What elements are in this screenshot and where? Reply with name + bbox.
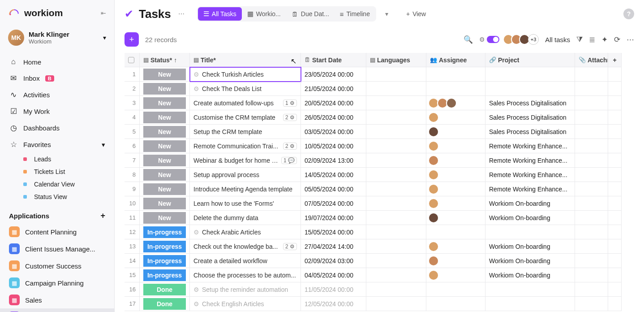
col-start[interactable]: 🗓Start Date (301, 53, 366, 67)
start-cell[interactable]: 02/09/2024 13:00 (301, 153, 366, 168)
group-icon[interactable]: ≣ (589, 35, 595, 44)
project-cell[interactable]: Workiom On-boarding (485, 196, 575, 211)
attach-cell[interactable] (575, 125, 608, 139)
assignee-cell[interactable] (426, 139, 485, 153)
col-checkbox[interactable] (125, 53, 140, 67)
status-cell[interactable]: New (140, 196, 190, 211)
row-number[interactable]: 16 (125, 282, 140, 297)
filter-icon[interactable]: ⧩ (576, 35, 583, 44)
project-cell[interactable]: Remote Working Enhance... (485, 168, 575, 182)
status-cell[interactable]: New (140, 139, 190, 153)
app-item[interactable]: ▦Project & Task Manag (0, 308, 114, 312)
page-menu-icon[interactable]: ⋯ (176, 10, 186, 17)
status-cell[interactable]: New (140, 211, 190, 225)
start-cell[interactable]: 02/09/2024 03:00 (301, 254, 366, 268)
favorite-item[interactable]: Leads (17, 153, 114, 165)
assignee-cell[interactable] (426, 268, 485, 282)
nav-home[interactable]: ⌂Home (0, 54, 114, 70)
col-project[interactable]: 🔗Project (485, 53, 575, 67)
assignee-cell[interactable] (426, 196, 485, 211)
row-number[interactable]: 1 (125, 67, 140, 82)
row-number[interactable]: 10 (125, 196, 140, 211)
attach-cell[interactable] (575, 282, 608, 297)
assignee-cell[interactable] (426, 82, 485, 96)
help-icon[interactable]: ? (623, 9, 634, 19)
lang-cell[interactable] (366, 110, 426, 125)
col-languages[interactable]: ▤Languages (366, 53, 426, 67)
project-cell[interactable]: Remote Working Enhance... (485, 139, 575, 153)
lang-cell[interactable] (366, 153, 426, 168)
lang-cell[interactable] (366, 139, 426, 153)
view-all-tasks[interactable]: ☰All Tasks (198, 7, 242, 21)
row-number[interactable]: 17 (125, 297, 140, 311)
attach-cell[interactable] (575, 153, 608, 168)
assignee-cell[interactable] (426, 297, 485, 311)
start-cell[interactable]: 20/05/2024 00:00 (301, 96, 366, 110)
assignee-cell[interactable] (426, 67, 485, 82)
start-cell[interactable]: 03/05/2024 00:00 (301, 125, 366, 139)
automation-toggle[interactable]: ⚙ (479, 36, 499, 43)
assignee-cell[interactable] (426, 125, 485, 139)
attach-cell[interactable] (575, 196, 608, 211)
attach-cell[interactable] (575, 268, 608, 282)
row-number[interactable]: 15 (125, 268, 140, 282)
collaborators[interactable]: +3 (506, 34, 539, 45)
lang-cell[interactable] (366, 297, 426, 311)
row-number[interactable]: 8 (125, 168, 140, 182)
row-number[interactable]: 5 (125, 125, 140, 139)
nav-favorites[interactable]: ☆Favorites▾ (0, 136, 114, 153)
title-cell[interactable]: Create a detailed workflow (190, 254, 301, 268)
col-attachment[interactable]: 📎Attachm (575, 53, 608, 67)
start-cell[interactable]: 05/05/2024 00:00 (301, 182, 366, 196)
start-cell[interactable]: 19/07/2024 00:00 (301, 211, 366, 225)
view-due-date[interactable]: 🗓Due Dat... (286, 8, 335, 21)
nav-mywork[interactable]: ☑My Work (0, 103, 114, 120)
title-cell[interactable]: Customise the CRM template2 ⚙ (190, 110, 301, 125)
assignee-cell[interactable] (426, 225, 485, 239)
assignee-cell[interactable] (426, 168, 485, 182)
lang-cell[interactable] (366, 67, 426, 82)
app-item[interactable]: ▦Client Issues Manage... (0, 240, 114, 257)
assignee-cell[interactable] (426, 110, 485, 125)
start-cell[interactable]: 21/05/2024 00:00 (301, 82, 366, 96)
nav-inbox[interactable]: ✉InboxB (0, 70, 114, 87)
sparkle-icon[interactable]: ✦ (601, 35, 608, 44)
start-cell[interactable]: 10/05/2024 00:00 (301, 139, 366, 153)
status-cell[interactable]: New (140, 96, 190, 110)
attach-cell[interactable] (575, 110, 608, 125)
start-cell[interactable]: 15/05/2024 00:00 (301, 225, 366, 239)
project-cell[interactable]: Sales Process Digitalisation (485, 125, 575, 139)
status-cell[interactable]: New (140, 168, 190, 182)
start-cell[interactable]: 04/05/2024 00:00 (301, 268, 366, 282)
status-cell[interactable]: New (140, 182, 190, 196)
title-cell[interactable]: Setup approval process (190, 168, 301, 182)
status-cell[interactable]: In-progress (140, 225, 190, 239)
filter-all-tasks[interactable]: All tasks (545, 36, 570, 43)
lang-cell[interactable] (366, 96, 426, 110)
status-cell[interactable]: In-progress (140, 239, 190, 254)
favorite-item[interactable]: Status View (17, 191, 114, 203)
project-cell[interactable]: Workiom On-boarding (485, 239, 575, 254)
project-cell[interactable]: Sales Process Digitalisation (485, 110, 575, 125)
lang-cell[interactable] (366, 125, 426, 139)
status-cell[interactable]: Done (140, 282, 190, 297)
title-cell[interactable]: ⚙Setup the reminder automation (190, 282, 301, 297)
title-cell[interactable]: ⚙Check Turkish Articles (190, 67, 301, 82)
col-title[interactable]: ▤Title* (190, 53, 301, 67)
assignee-cell[interactable] (426, 211, 485, 225)
row-number[interactable]: 12 (125, 225, 140, 239)
lang-cell[interactable] (366, 254, 426, 268)
title-cell[interactable]: Choose the processes to be autom... (190, 268, 301, 282)
attach-cell[interactable] (575, 139, 608, 153)
lang-cell[interactable] (366, 282, 426, 297)
start-cell[interactable]: 23/05/2024 00:00 (301, 67, 366, 82)
lang-cell[interactable] (366, 182, 426, 196)
attach-cell[interactable] (575, 67, 608, 82)
title-cell[interactable]: Check out the knowledge ba...2 ⚙ (190, 239, 301, 254)
col-status[interactable]: ▤Status* ↑ (140, 53, 190, 67)
lang-cell[interactable] (366, 225, 426, 239)
lang-cell[interactable] (366, 239, 426, 254)
attach-cell[interactable] (575, 182, 608, 196)
row-number[interactable]: 14 (125, 254, 140, 268)
favorite-item[interactable]: Tickets List (17, 165, 114, 178)
